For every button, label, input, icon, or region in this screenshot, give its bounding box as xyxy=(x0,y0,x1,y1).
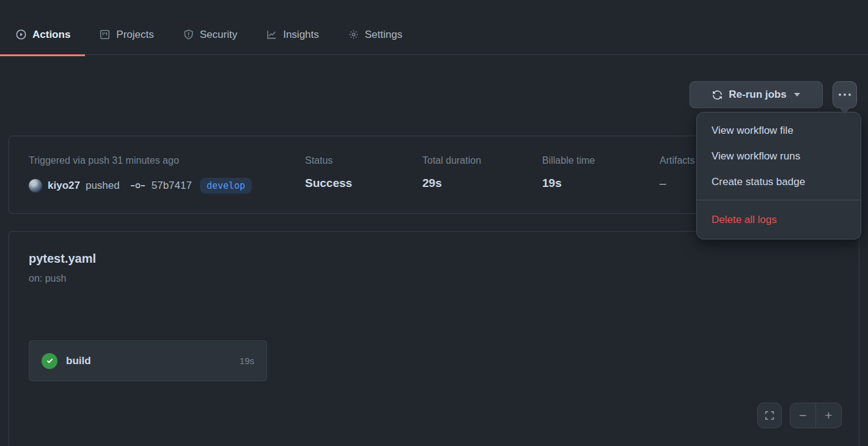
workflow-file-name: pytest.yaml xyxy=(29,252,96,266)
fullscreen-icon xyxy=(765,411,774,420)
actions-run-page: Actions Projects Security xyxy=(0,0,868,446)
commit-sha[interactable]: 57b7417 xyxy=(152,180,192,192)
zoom-control: − + xyxy=(790,403,842,428)
sync-icon xyxy=(712,90,723,100)
tab-label: Insights xyxy=(283,29,319,41)
git-commit-icon xyxy=(130,181,145,191)
graph-icon xyxy=(267,29,277,40)
tab-insights[interactable]: Insights xyxy=(252,15,334,55)
stat-value: – xyxy=(660,177,666,190)
stat-value: 29s xyxy=(422,177,442,190)
success-check-icon xyxy=(42,353,57,369)
run-options-menu: View workflow file View workflow runs Cr… xyxy=(696,112,861,239)
menu-divider xyxy=(697,200,861,200)
menu-item-delete-all-logs[interactable]: Delete all logs xyxy=(697,205,861,233)
actor-login[interactable]: kiyo27 xyxy=(48,180,80,192)
job-duration: 19s xyxy=(240,356,254,366)
tab-label: Actions xyxy=(32,29,70,41)
zoom-in-button[interactable]: + xyxy=(815,403,841,428)
tab-security[interactable]: Security xyxy=(169,15,252,55)
tab-settings[interactable]: Settings xyxy=(334,15,417,55)
branch-badge[interactable]: develop xyxy=(200,178,252,194)
stat-value: Success xyxy=(305,177,352,190)
trigger-info: Triggered via push 31 minutes ago xyxy=(29,155,179,166)
zoom-out-button[interactable]: − xyxy=(790,403,815,428)
rerun-jobs-label: Re-run jobs xyxy=(729,89,786,101)
tab-projects[interactable]: Projects xyxy=(85,15,168,55)
gear-icon xyxy=(348,29,359,40)
fullscreen-button[interactable] xyxy=(757,403,782,428)
menu-item-view-workflow-runs[interactable]: View workflow runs xyxy=(697,144,861,169)
repo-nav: Actions Projects Security xyxy=(0,0,868,55)
shield-icon xyxy=(183,29,194,40)
tab-label: Settings xyxy=(365,29,402,41)
stat-label: Total duration xyxy=(422,155,481,166)
stat-label: Status xyxy=(305,155,333,166)
actor-row: kiyo27 pushed 57b7417 develop xyxy=(29,178,252,194)
run-options-kebab-button[interactable] xyxy=(833,81,857,108)
dropdown-caret xyxy=(838,106,851,114)
menu-item-view-workflow-file[interactable]: View workflow file xyxy=(697,118,861,144)
tab-label: Projects xyxy=(116,29,153,41)
actor-action: pushed xyxy=(86,180,120,192)
rerun-jobs-button[interactable]: Re-run jobs xyxy=(690,81,823,108)
tab-actions[interactable]: Actions xyxy=(0,15,85,55)
job-name: build xyxy=(66,355,91,367)
kebab-icon xyxy=(839,93,841,96)
avatar[interactable] xyxy=(29,179,42,192)
workflow-trigger: on: push xyxy=(29,273,66,284)
workflow-graph-card: pytest.yaml on: push build 19s xyxy=(9,231,859,446)
project-board-icon xyxy=(100,29,110,40)
tab-label: Security xyxy=(200,29,237,41)
stat-label: Billable time xyxy=(542,155,595,166)
stat-label: Artifacts xyxy=(660,155,695,166)
play-circle-icon xyxy=(16,29,26,40)
job-card-build[interactable]: build 19s xyxy=(29,340,267,381)
stat-value: 19s xyxy=(542,177,562,190)
menu-item-create-status-badge[interactable]: Create status badge xyxy=(697,169,861,195)
chevron-down-icon xyxy=(794,93,800,97)
